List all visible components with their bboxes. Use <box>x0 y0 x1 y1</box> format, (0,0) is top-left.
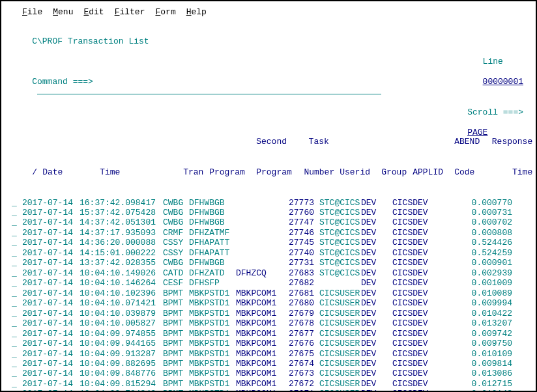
table-row[interactable]: _2017-07-1410:04:09.882695BPMTMBKPSTD1MB… <box>1 359 536 369</box>
cell-applid: CICSDEV <box>392 268 434 278</box>
table-row[interactable]: _2017-07-1414:37:42.051301CWBGDFHWBGB277… <box>1 217 536 227</box>
cell-second-program: MBKPCOM1 <box>236 369 283 378</box>
row-prefix-mark[interactable]: _ <box>12 228 22 238</box>
row-prefix-mark[interactable]: _ <box>12 248 22 258</box>
cell-date: 2017-07-14 <box>22 339 80 348</box>
cell-group: DEV <box>361 369 392 378</box>
cell-response: 0.524259 <box>465 248 512 258</box>
row-prefix-mark[interactable]: _ <box>12 359 22 369</box>
row-prefix-mark[interactable]: _ <box>12 268 22 278</box>
cell-program: MBKPSTD1 <box>189 298 236 308</box>
cell-program: DFHZATMF <box>189 228 236 238</box>
cell-date: 2017-07-14 <box>22 349 80 359</box>
cell-response: 0.010148 <box>465 389 512 392</box>
cell-applid: CICSDEV <box>392 318 434 328</box>
row-prefix-mark[interactable]: _ <box>12 369 22 378</box>
table-row[interactable]: _2017-07-1410:04:10.039879BPMTMBKPSTD1MB… <box>1 309 536 318</box>
row-prefix-mark[interactable]: _ <box>12 238 22 247</box>
cell-program: DFHWBGB <box>189 258 236 268</box>
cell-time: 14:15:01.000222 <box>80 248 163 258</box>
cell-second-program: MBKPCOM1 <box>236 349 283 359</box>
table-row[interactable]: _2017-07-1410:04:09.913287BPMTMBKPSTD1MB… <box>1 349 536 359</box>
scroll-label: Scroll ===> <box>467 107 523 117</box>
cell-second-program: MBKPCOM1 <box>236 379 283 389</box>
table-row[interactable]: _2017-07-1415:37:42.075428CWBGDFHWBGB277… <box>1 208 536 217</box>
cell-response: 0.010109 <box>465 349 512 359</box>
table-row[interactable]: _2017-07-1410:04:10.146264CESFDFHSFP2768… <box>1 278 536 288</box>
row-prefix-mark[interactable]: _ <box>12 298 22 308</box>
menu-item-file[interactable]: File <box>22 7 42 17</box>
table-row[interactable]: _2017-07-1410:04:09.974855BPMTMBKPSTD1MB… <box>1 329 536 339</box>
cell-userid: STC@CICS <box>314 217 361 227</box>
table-row[interactable]: _2017-07-1414:37:17.935093CRMFDFHZATMF27… <box>1 228 536 238</box>
cell-program: DFHWBGB <box>189 198 236 208</box>
cell-userid: CICSUSER <box>314 379 361 389</box>
cell-applid: CICSDEV <box>392 329 434 339</box>
table-row[interactable]: _2017-07-1413:37:42.028355CWBGDFHWBGB277… <box>1 258 536 268</box>
cell-date: 2017-07-14 <box>22 359 80 369</box>
table-row[interactable]: _2017-07-1414:36:20.000088CSSYDFHAPATT27… <box>1 238 536 247</box>
cell-second-program: MBKPCOM1 <box>236 298 283 308</box>
scroll-value[interactable]: PAGE <box>467 128 487 137</box>
menu-item-menu[interactable]: Menu <box>53 7 73 17</box>
row-prefix-mark[interactable]: _ <box>12 389 22 392</box>
cell-task: 27672 <box>283 379 314 389</box>
cell-task: 27747 <box>283 217 314 227</box>
row-prefix-mark[interactable]: _ <box>12 379 22 389</box>
table-row[interactable]: _2017-07-1410:04:10.102396BPMTMBKPSTD1MB… <box>1 288 536 298</box>
table-row[interactable]: _2017-07-1410:04:09.815294BPMTMBKPSTD1MB… <box>1 379 536 389</box>
menu-item-edit[interactable]: Edit <box>83 7 104 17</box>
cell-userid: CICSUSER <box>314 389 361 392</box>
row-prefix-mark[interactable]: _ <box>12 258 22 268</box>
table-row[interactable]: _2017-07-1410:04:09.944165BPMTMBKPSTD1MB… <box>1 339 536 348</box>
table-row[interactable]: _2017-07-1416:37:42.098417CWBGDFHWBGB277… <box>1 198 536 208</box>
cell-group: DEV <box>361 309 392 318</box>
row-prefix-mark[interactable]: _ <box>12 198 22 208</box>
cell-tran: CATD <box>163 268 189 278</box>
row-prefix-mark[interactable]: _ <box>12 309 22 318</box>
cell-tran: BPMT <box>163 379 189 389</box>
menu-item-help[interactable]: Help <box>186 7 207 17</box>
table-row[interactable]: _2017-07-1410:04:09.784343BPMTMBKPSTD1MB… <box>1 389 536 392</box>
line-value: 00000001 <box>483 77 523 87</box>
row-prefix-mark[interactable]: _ <box>12 329 22 339</box>
cell-tran: BPMT <box>163 318 189 328</box>
row-prefix-mark[interactable]: _ <box>12 217 22 227</box>
cell-response: 0.009814 <box>465 359 512 369</box>
cell-userid: CICSUSER <box>314 339 361 348</box>
cell-applid: CICSDEV <box>392 349 434 359</box>
menu-item-filter[interactable]: Filter <box>115 7 145 17</box>
table-row[interactable]: _2017-07-1410:04:10.071421BPMTMBKPSTD1MB… <box>1 298 536 308</box>
row-prefix-mark[interactable]: _ <box>12 318 22 328</box>
row-prefix-mark[interactable]: _ <box>12 349 22 359</box>
cell-applid: CICSDEV <box>392 208 434 217</box>
cell-group: DEV <box>361 288 392 298</box>
cell-applid: CICSDEV <box>392 238 434 247</box>
screen-title: C\PROF Transaction List <box>32 36 149 46</box>
menu-item-form[interactable]: Form <box>155 7 175 17</box>
table-row[interactable]: _2017-07-1414:15:01.000222CSSYDFHAPATT27… <box>1 248 536 258</box>
table-row[interactable]: _2017-07-1410:04:09.848776BPMTMBKPSTD1MB… <box>1 369 536 378</box>
cell-response: 0.524426 <box>465 238 512 247</box>
cell-program: MBKPSTD1 <box>189 359 236 369</box>
cell-applid: CICSDEV <box>392 248 434 258</box>
cell-group: DEV <box>361 318 392 328</box>
command-input[interactable] <box>37 87 381 94</box>
table-row[interactable]: _2017-07-1410:04:10.149026CATDDFHZATDDFH… <box>1 268 536 278</box>
cell-time: 14:36:20.000088 <box>80 238 163 247</box>
cell-userid: STC@CICS <box>314 208 361 217</box>
row-prefix-mark[interactable]: _ <box>12 288 22 298</box>
cell-time: 10:04:09.784343 <box>80 389 163 392</box>
row-prefix-mark[interactable]: _ <box>12 278 22 288</box>
cell-program: MBKPSTD1 <box>189 389 236 392</box>
cell-task: 27673 <box>283 369 314 378</box>
row-prefix-mark[interactable]: _ <box>12 339 22 348</box>
cell-applid: CICSDEV <box>392 217 434 227</box>
cell-task: 27678 <box>283 318 314 328</box>
cell-task: 27681 <box>283 288 314 298</box>
cell-tran: BPMT <box>163 288 189 298</box>
row-prefix-mark[interactable]: _ <box>12 208 22 217</box>
table-row[interactable]: _2017-07-1410:04:10.005827BPMTMBKPSTD1MB… <box>1 318 536 328</box>
cell-date: 2017-07-14 <box>22 258 80 268</box>
cell-group: DEV <box>361 379 392 389</box>
